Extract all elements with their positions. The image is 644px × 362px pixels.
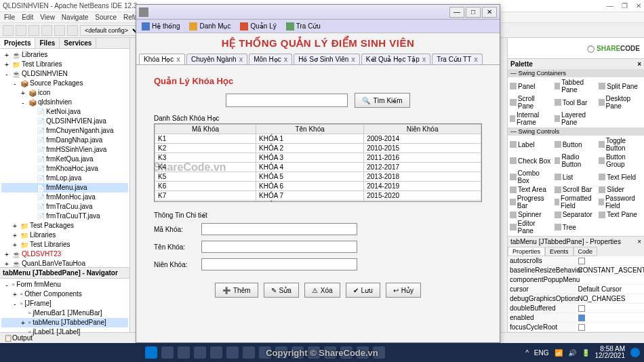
palette-item[interactable]: Radio Button [553,153,598,169]
minimize-icon[interactable]: — [607,2,613,9]
nav-item[interactable]: +▫ tabMenu [JTabbedPane] [1,318,128,327]
palette-item[interactable]: Split Pane [597,78,642,94]
maximize-icon[interactable]: ❐ [622,2,628,9]
tray-date[interactable]: 12/2/2021 [595,353,626,359]
palette-item[interactable]: Toggle Button [597,136,642,153]
navigator-tree[interactable]: -▫ Form frmMenu+▫ Other Components-▫ [JF… [0,279,129,338]
palette-item[interactable]: Progress Bar [508,194,553,210]
table-row[interactable]: K6KHÓA 62014-2019 [155,182,481,191]
dialog-close-icon[interactable]: ✕ [482,7,497,18]
palette-item[interactable]: Button [553,136,598,153]
panel-tab-projects[interactable]: Projects [0,38,35,48]
tree-item[interactable]: -📦Source Packages [1,79,128,88]
tree-item[interactable]: 📄frmKetQua.java [1,155,128,164]
menu-file[interactable]: File [4,14,15,21]
tree-item[interactable]: +📁Test Libraries [1,60,128,69]
new-project-button[interactable] [16,25,26,36]
property-row[interactable]: focusCycleRoot [508,323,644,332]
app-tab[interactable]: Kết Quả Học Tậpx [361,54,430,64]
palette-item[interactable]: Formatted Field [553,194,598,210]
tree-item[interactable]: 📄frmMenu.java [1,183,128,193]
notification-icon[interactable] [630,348,640,357]
task-icon[interactable] [340,346,353,359]
palette-item[interactable]: Editor Pane [508,219,553,235]
palette-item[interactable]: Tree [553,219,598,235]
windows-taskbar[interactable]: ^ ENG 📶 🔊 🔋 8:58 AM 12/2/2021 [0,343,644,362]
task-icon[interactable] [357,346,369,359]
search-button[interactable]: 🔍 Tìm Kiếm [355,93,409,108]
panel-tab-files[interactable]: Files [35,38,60,48]
action-button-thêm[interactable]: ➕Thêm [215,283,258,298]
menu-source[interactable]: Source [95,14,117,21]
tree-item[interactable]: +📦icon [1,88,128,98]
palette-item[interactable]: Button Group [597,153,642,169]
task-icon[interactable] [291,346,304,359]
tab-close-icon[interactable]: x [176,56,180,63]
app-tab[interactable]: Môn Họcx [249,54,292,64]
palette-group[interactable]: — Swing Controls [508,127,644,136]
palette-item[interactable]: Tabbed Pane [553,78,598,94]
tree-item[interactable]: 📄frmHSSinhVien.java [1,145,128,155]
nav-item[interactable]: +▫ Other Components [1,289,128,299]
table-row[interactable]: K2KHÓA 22010-2015 [155,144,481,153]
app-menu[interactable]: Tra Cứu [286,22,321,31]
props-tab[interactable]: Properties [508,247,545,256]
tree-item[interactable]: 📄frmTraCuu.java [1,202,128,212]
open-button[interactable] [28,25,39,36]
palette-item[interactable]: Desktop Pane [597,94,642,110]
field-input[interactable] [201,258,357,270]
app-tab[interactable]: Chuyên Ngànhx [186,54,247,64]
table-header[interactable]: Tên Khóa [256,125,364,134]
palette-item[interactable]: Panel [508,78,553,94]
table-row[interactable]: K4KHÓA 42012-2017 [155,163,481,172]
tree-item[interactable]: 📄frmMonHoc.java [1,193,128,202]
app-menu[interactable]: Quản Lý [240,22,276,31]
task-icon[interactable] [373,346,385,359]
nav-item[interactable]: -▫ [JFrame] [1,299,128,308]
table-header[interactable]: Mã Khóa [155,125,256,134]
khoa-hoc-table[interactable]: Mã KhóaTên KhóaNiên Khóa K1KHÓA 12009-20… [155,124,481,202]
palette-item[interactable]: Scroll Bar [553,185,598,194]
property-row[interactable]: baselineResizeBehaviorCONSTANT_ASCENT [508,266,644,275]
table-row[interactable]: K8KHÓA 82016-2021 [155,201,481,203]
palette-item[interactable]: Layered Pane [553,110,598,127]
palette-item[interactable]: List [553,169,598,185]
tree-item[interactable]: 📄frmKhoaHoc.java [1,164,128,174]
task-icon[interactable] [161,346,174,359]
close-icon[interactable]: × [637,238,641,245]
table-row[interactable]: K1KHÓA 12009-2014 [155,134,481,144]
property-row[interactable]: enabled [508,313,644,323]
project-tree[interactable]: +☕Libraries+📁Test Libraries-☕QLDSINHVIEN… [0,49,129,267]
task-icon[interactable] [178,346,190,359]
volume-icon[interactable]: 🔊 [568,349,576,357]
action-button-sửa[interactable]: ✎Sửa [264,283,299,298]
tab-close-icon[interactable]: x [474,56,478,63]
palette-item[interactable]: Scroll Pane [508,94,553,110]
action-button-xóa[interactable]: ⚠Xóa [304,283,340,298]
dialog-titlebar[interactable]: — □ ✕ [136,5,500,20]
tree-item[interactable]: 📄frmTraCuuTT.java [1,212,128,221]
palette-item[interactable]: Password Field [597,194,642,210]
battery-icon[interactable]: 🔋 [582,349,590,357]
tray-lang[interactable]: ENG [534,349,549,357]
panel-tab-services[interactable]: Services [60,38,96,48]
property-row[interactable]: autoscrolls [508,256,644,266]
app-tab[interactable]: Khóa Họcx [139,54,185,64]
action-button-hủy[interactable]: ↩Hủy [386,283,421,298]
save-button[interactable] [41,25,52,36]
palette-item[interactable]: Slider [597,185,642,194]
tree-item[interactable]: 📄QLDSINHVIEN.java [1,117,128,126]
table-row[interactable]: K5KHÓA 52013-2018 [155,172,481,182]
task-icon[interactable] [324,346,336,359]
props-tab[interactable]: Events [545,247,573,256]
palette-item[interactable]: Separator [553,210,598,219]
palette-item[interactable]: Text Field [597,169,642,185]
nav-item[interactable]: ▫ jMenuBar1 [JMenuBar] [1,308,128,318]
field-input[interactable] [201,241,357,253]
tree-item[interactable]: +☕QLDSVHT23 [1,249,128,259]
app-tab[interactable]: Hồ Sơ Sinh Viênx [294,54,360,64]
menu-view[interactable]: View [40,14,55,21]
tab-close-icon[interactable]: x [351,56,355,63]
table-header[interactable]: Niên Khóa [364,125,481,134]
menu-edit[interactable]: Edit [22,14,33,21]
